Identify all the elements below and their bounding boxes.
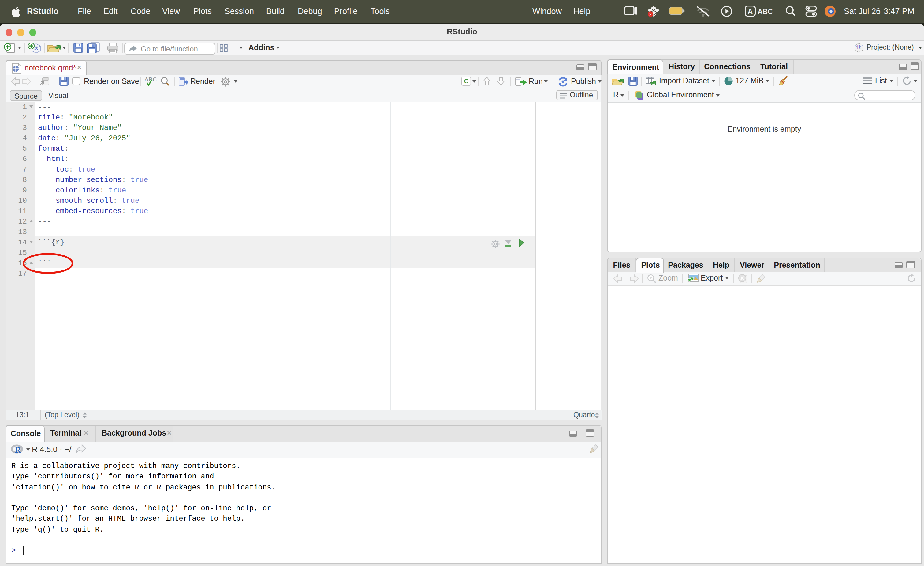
svg-text:C: C <box>464 77 468 84</box>
svg-text:A: A <box>747 8 753 16</box>
svg-text:2: 2 <box>649 12 652 17</box>
svg-text:R: R <box>15 445 21 454</box>
svg-text:ABC: ABC <box>758 8 773 16</box>
svg-text:R: R <box>857 44 861 50</box>
svg-text:R: R <box>34 45 38 51</box>
